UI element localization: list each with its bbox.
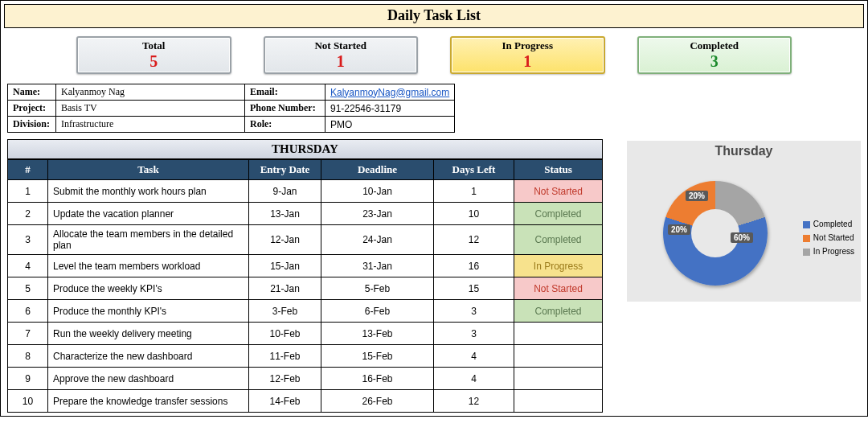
info-project-value[interactable]: Basis TV — [56, 101, 245, 117]
cell-days[interactable]: 3 — [434, 323, 514, 345]
status-chart: Thursday 20% 60% 20% Completed Not Start… — [627, 141, 861, 302]
card-completed-label: Completed — [639, 39, 791, 52]
cell-task[interactable]: Characterize the new dashboard — [48, 345, 249, 368]
info-role-value[interactable]: PMO — [326, 117, 455, 133]
cell-status[interactable]: Not Started — [514, 277, 603, 300]
cell-deadline[interactable]: 31-Jan — [321, 255, 434, 277]
cell-task[interactable]: Run the weekly delivery meeting — [48, 323, 249, 345]
cell-entry[interactable]: 14-Feb — [249, 390, 321, 413]
cell-entry[interactable]: 12-Jan — [249, 225, 321, 255]
cell-task[interactable]: Allocate the team members in the detaile… — [48, 225, 249, 255]
cell-days[interactable]: 15 — [434, 277, 514, 300]
chart-legend: Completed Not Started In Progress — [803, 217, 854, 258]
cell-entry[interactable]: 12-Feb — [249, 368, 321, 390]
cell-num[interactable]: 1 — [8, 180, 48, 203]
email-link[interactable]: KalyanmoyNag@gmail.com — [330, 87, 449, 98]
cell-entry[interactable]: 11-Feb — [249, 345, 321, 368]
info-project-label: Project: — [8, 101, 56, 117]
cell-deadline[interactable]: 26-Feb — [321, 390, 434, 413]
col-deadline[interactable]: Deadline — [321, 160, 434, 180]
card-total[interactable]: Total 5 — [76, 36, 231, 74]
tasks-table: # Task Entry Date Deadline Days Left Sta… — [7, 159, 603, 413]
cell-days[interactable]: 4 — [434, 345, 514, 368]
cell-days[interactable]: 4 — [434, 368, 514, 390]
cell-deadline[interactable]: 5-Feb — [321, 277, 434, 300]
slice-label-in-progress: 20% — [686, 191, 708, 201]
cell-status[interactable]: Completed — [514, 300, 603, 323]
cell-deadline[interactable]: 6-Feb — [321, 300, 434, 323]
cell-deadline[interactable]: 15-Feb — [321, 345, 434, 368]
col-status[interactable]: Status — [514, 160, 603, 180]
cell-task[interactable]: Approve the new dashboard — [48, 368, 249, 390]
cell-status[interactable] — [514, 390, 603, 413]
card-completed[interactable]: Completed 3 — [637, 36, 792, 74]
cell-entry[interactable]: 21-Jan — [249, 277, 321, 300]
card-in-progress[interactable]: In Progress 1 — [450, 36, 605, 74]
cell-num[interactable]: 10 — [8, 390, 48, 413]
cell-days[interactable]: 3 — [434, 300, 514, 323]
col-num[interactable]: # — [8, 160, 48, 180]
info-email-value[interactable]: KalyanmoyNag@gmail.com — [326, 84, 455, 101]
page-title: Daily Task List — [4, 4, 864, 28]
cell-task[interactable]: Level the team members workload — [48, 255, 249, 277]
cell-entry[interactable]: 10-Feb — [249, 323, 321, 345]
chart-title: Thursday — [627, 141, 861, 158]
slice-label-completed: 60% — [731, 232, 753, 243]
cell-days[interactable]: 12 — [434, 390, 514, 413]
col-task[interactable]: Task — [48, 160, 249, 180]
table-row[interactable]: 4Level the team members workload15-Jan31… — [8, 255, 603, 277]
cell-num[interactable]: 7 — [8, 323, 48, 345]
cell-days[interactable]: 16 — [434, 255, 514, 277]
cell-task[interactable]: Produce the weekly KPI's — [48, 277, 249, 300]
cell-status[interactable] — [514, 323, 603, 345]
cell-status[interactable]: Completed — [514, 203, 603, 225]
cell-deadline[interactable]: 24-Jan — [321, 225, 434, 255]
card-not-started-label: Not Started — [265, 39, 417, 52]
cell-entry[interactable]: 3-Feb — [249, 300, 321, 323]
cell-deadline[interactable]: 16-Feb — [321, 368, 434, 390]
cell-days[interactable]: 12 — [434, 225, 514, 255]
cell-entry[interactable]: 9-Jan — [249, 180, 321, 203]
info-division-value[interactable]: Infrastructure — [56, 117, 245, 133]
col-entry[interactable]: Entry Date — [249, 160, 321, 180]
summary-cards: Total 5 Not Started 1 In Progress 1 Comp… — [4, 28, 864, 82]
cell-num[interactable]: 6 — [8, 300, 48, 323]
cell-status[interactable]: In Progress — [514, 255, 603, 277]
cell-entry[interactable]: 13-Jan — [249, 203, 321, 225]
table-row[interactable]: 9Approve the new dashboard12-Feb16-Feb4 — [8, 368, 603, 390]
table-row[interactable]: 7Run the weekly delivery meeting10-Feb13… — [8, 323, 603, 345]
cell-days[interactable]: 10 — [434, 203, 514, 225]
cell-num[interactable]: 4 — [8, 255, 48, 277]
cell-task[interactable]: Produce the monthly KPI's — [48, 300, 249, 323]
cell-status[interactable] — [514, 345, 603, 368]
table-row[interactable]: 6Produce the monthly KPI's3-Feb6-Feb3Com… — [8, 300, 603, 323]
table-row[interactable]: 5Produce the weekly KPI's21-Jan5-Feb15No… — [8, 277, 603, 300]
cell-task[interactable]: Prepare the knowledge transfer sessions — [48, 390, 249, 413]
table-row[interactable]: 1Submit the monthly work hours plan9-Jan… — [8, 180, 603, 203]
cell-status[interactable]: Completed — [514, 225, 603, 255]
info-name-value[interactable]: Kalyanmoy Nag — [56, 84, 245, 101]
cell-status[interactable]: Not Started — [514, 180, 603, 203]
cell-task[interactable]: Submit the monthly work hours plan — [48, 180, 249, 203]
info-phone-value[interactable]: 91-22546-31179 — [326, 101, 455, 117]
cell-days[interactable]: 1 — [434, 180, 514, 203]
cell-deadline[interactable]: 13-Feb — [321, 323, 434, 345]
cell-num[interactable]: 3 — [8, 225, 48, 255]
cell-deadline[interactable]: 23-Jan — [321, 203, 434, 225]
cell-status[interactable] — [514, 368, 603, 390]
col-days[interactable]: Days Left — [434, 160, 514, 180]
legend-completed: Completed — [803, 217, 854, 231]
info-role-label: Role: — [245, 117, 326, 133]
cell-num[interactable]: 5 — [8, 277, 48, 300]
cell-num[interactable]: 2 — [8, 203, 48, 225]
card-not-started[interactable]: Not Started 1 — [264, 36, 419, 74]
cell-deadline[interactable]: 10-Jan — [321, 180, 434, 203]
cell-num[interactable]: 8 — [8, 345, 48, 368]
table-row[interactable]: 8Characterize the new dashboard11-Feb15-… — [8, 345, 603, 368]
table-row[interactable]: 2Update the vacation planner13-Jan23-Jan… — [8, 203, 603, 225]
cell-entry[interactable]: 15-Jan — [249, 255, 321, 277]
cell-num[interactable]: 9 — [8, 368, 48, 390]
table-row[interactable]: 10Prepare the knowledge transfer session… — [8, 390, 603, 413]
cell-task[interactable]: Update the vacation planner — [48, 203, 249, 225]
table-row[interactable]: 3Allocate the team members in the detail… — [8, 225, 603, 255]
